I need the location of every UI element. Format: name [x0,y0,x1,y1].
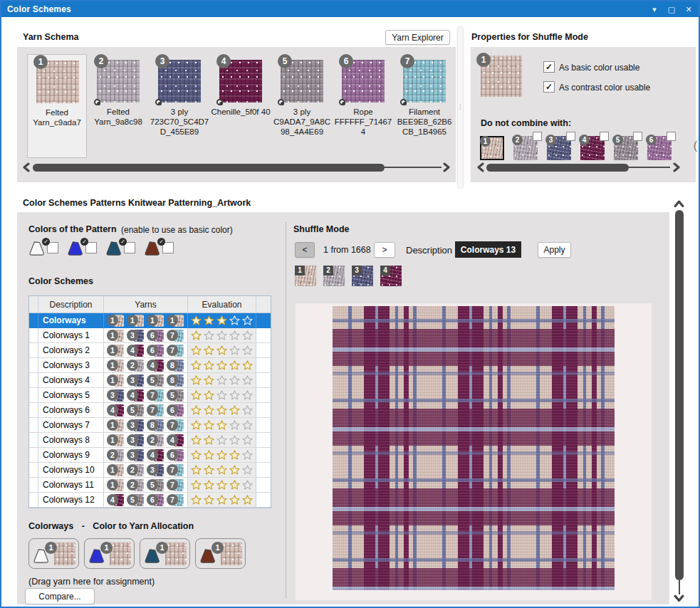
combine-yarn-1[interactable]: 1 [480,136,504,160]
row-evaluation[interactable] [188,403,256,418]
yarn-chip-badge: 4 [127,345,138,356]
row-selector-cell[interactable] [29,313,38,328]
combine-yarn-6[interactable]: 6 [647,136,672,160]
combine-checkbox[interactable] [600,132,609,141]
panel-splitter[interactable] [458,27,463,188]
yarn-chip-4: 4 [147,449,164,461]
combine-checkbox[interactable] [633,132,642,141]
yarn-schema-hscroll-track[interactable] [385,167,442,168]
yarn-number-badge: 7 [400,54,414,68]
yarn-card-3[interactable]: 33 ply 723C70_5C4D7D_455E89 [150,54,209,158]
combine-checkbox[interactable] [566,132,575,141]
col-description: Description [38,296,104,313]
table-row[interactable]: Colorways 41358 [29,373,271,388]
description-value[interactable]: Colorways 13 [455,241,521,258]
scroll-left-icon[interactable] [476,162,486,175]
row-selector-cell[interactable] [29,478,38,493]
yarn-chip-1: 1 [107,434,125,446]
combine-yarn-2[interactable]: 2 [513,136,538,160]
allocation-card[interactable]: ✓1 [195,538,246,569]
table-row[interactable]: Colorways 53475 [29,388,271,403]
scroll-right-icon[interactable] [672,162,681,175]
table-row[interactable]: Colorways 21467 [29,343,271,358]
row-selector-cell[interactable] [29,403,38,418]
yarn-name: 3 ply 723C70_5C4D7D_455E89 [150,107,209,137]
row-evaluation[interactable] [188,433,256,448]
combine-yarn-5[interactable]: 5 [614,136,638,160]
row-evaluation[interactable] [188,313,256,328]
combine-scroll-right-partial-icon[interactable]: ( [694,140,697,152]
row-selector-cell[interactable] [29,358,38,373]
properties-hscroll-thumb[interactable] [486,164,629,172]
scroll-right-icon[interactable] [442,162,451,175]
row-evaluation[interactable] [188,388,256,403]
yarn-card-7[interactable]: 7Filament BEE9E8_62B6CB_1B4965 [395,54,454,158]
row-evaluation[interactable] [188,328,256,343]
row-selector-cell[interactable] [29,328,38,343]
table-row[interactable]: Colorways 71387 [29,418,271,433]
close-icon[interactable]: ✕ [681,3,696,16]
yarn-number-badge: 5 [612,135,623,145]
maximize-icon[interactable]: ▢ [664,3,679,16]
table-row[interactable]: Colorways 124567 [29,493,271,508]
row-selector-cell[interactable] [29,388,38,403]
row-selector-cell[interactable] [29,493,38,508]
yarn-chip-7: 7 [167,479,184,491]
yarn-chip-8: 8 [147,419,164,431]
table-row[interactable]: Colorways 11367 [29,328,271,343]
yarn-schema-hscroll-thumb[interactable] [33,164,385,172]
row-selector-cell[interactable] [29,373,38,388]
table-row[interactable]: Colorways 81324 [29,433,271,448]
allocation-card[interactable]: ✓1 [140,538,190,569]
yarn-card-4[interactable]: 4Chenille_5f0f 40 [211,54,271,158]
row-evaluation[interactable] [188,448,256,463]
table-row[interactable]: Colorways 101237 [29,463,271,478]
combine-yarn-3[interactable]: 3 [547,136,571,160]
yarn-chip-badge: 6 [167,449,178,461]
row-evaluation[interactable] [188,418,256,433]
table-row[interactable]: Colorways 92346 [29,448,271,463]
compare-button[interactable]: Compare... [25,588,95,604]
row-evaluation[interactable] [188,478,256,493]
scroll-down-icon[interactable] [674,594,684,608]
window-menu-icon[interactable]: ▾ [647,3,662,16]
row-evaluation[interactable] [188,358,256,373]
contrast-color-checkbox[interactable]: ✓ [543,81,555,93]
titlebar[interactable]: Color Schemes ▾ ▢ ✕ [1,1,699,17]
yarn-card-2[interactable]: 2Felted Yarn_9a8c98 [88,54,148,158]
allocation-card[interactable]: ✓1 [84,538,135,569]
next-button[interactable]: > [374,242,395,258]
combine-checkbox[interactable] [533,132,542,141]
properties-hscroll-track[interactable] [629,167,670,168]
row-selector-cell[interactable] [29,418,38,433]
row-selector-cell[interactable] [29,463,38,478]
yarn-card-1[interactable]: 1Felted Yarn_c9ada7 [27,54,87,158]
row-selector-cell[interactable] [29,448,38,463]
row-evaluation[interactable] [188,373,256,388]
row-selector-cell[interactable] [29,433,38,448]
row-selector-cell[interactable] [29,343,38,358]
combine-yarn-4[interactable]: 4 [580,136,605,160]
scroll-left-icon[interactable] [21,162,31,175]
vscroll-track[interactable] [679,580,680,594]
row-evaluation[interactable] [188,463,256,478]
row-evaluation[interactable] [188,493,256,508]
yarn-card-5[interactable]: 53 ply C9ADA7_9A8C98_4A4E69 [272,54,332,158]
table-row[interactable]: Colorways1111 [29,313,271,328]
table-row[interactable]: Colorways 31248 [29,358,271,373]
vscroll-thumb[interactable] [675,210,684,580]
prev-button[interactable]: < [295,242,315,258]
table-row[interactable]: Colorways 111257 [29,478,271,493]
combine-checkbox[interactable] [667,132,676,141]
allocation-card[interactable]: ✓1 [28,538,79,569]
column-divider [286,222,286,598]
row-evaluation[interactable] [188,343,256,358]
row-spacer-cell [256,463,271,478]
shuffle-yarn-1: 1 [295,266,316,286]
yarn-card-6[interactable]: 6Rope FFFFFF_714674 [333,54,393,158]
apply-button[interactable]: Apply [538,242,571,258]
basic-color-checkbox[interactable]: ✓ [543,61,555,73]
yarn-explorer-button[interactable]: Yarn Explorer [385,30,450,45]
yarn-chip-badge: 7 [147,389,158,401]
table-row[interactable]: Colorways 64576 [29,403,271,418]
